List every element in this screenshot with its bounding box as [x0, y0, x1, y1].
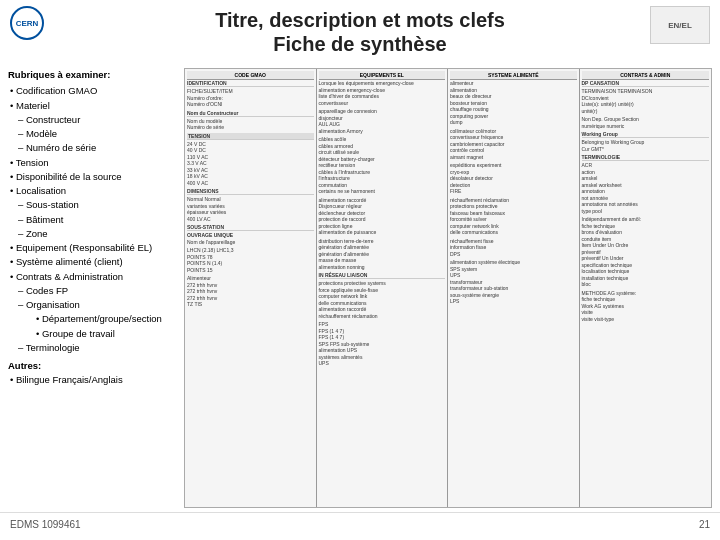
doc-col-gmao: CODE GMAO IDENTIFICATION FICHE/SUJET/ITE…	[185, 69, 317, 507]
doc-section: distribution terre-de-terre génération d…	[319, 238, 446, 271]
doc-section: TERMINOLOGIE ACR action amskel amskel wo…	[582, 154, 710, 214]
intro-text: Rubriques à examiner:	[8, 68, 178, 82]
list-item: Organisation	[8, 298, 178, 312]
doc-section: réchauffement réclamation protections pr…	[450, 197, 577, 236]
list-item: Bâtiment	[8, 213, 178, 227]
doc-section: LHCN (2.18) LHC1,3 POINTS 78 POINTS N (1…	[187, 247, 314, 273]
document-panel: CODE GMAO IDENTIFICATION FICHE/SUJET/ITE…	[184, 68, 712, 508]
list-item: Disponibilité de la source	[8, 170, 178, 184]
main-content: Rubriques à examiner: Codification GMAO …	[0, 64, 720, 512]
doc-section: alimenteur alimentation beaux de directe…	[450, 80, 577, 126]
doc-section: Alimenteur 272 trhh hvnv 272 trhh hvnv 2…	[187, 275, 314, 308]
page-header: CERN Titre, description et mots clefs Fi…	[0, 0, 720, 64]
doc-section: IN RÉSEAU LIAISON protections protective…	[319, 272, 446, 319]
col-header-equipements: EQUIPEMENTS EL	[319, 71, 446, 80]
edms-number: EDMS 1099461	[10, 519, 81, 530]
doc-section: DIMENSIONS Normal Normal variantes varié…	[187, 188, 314, 222]
list-item: Localisation	[8, 184, 178, 198]
doc-section: réchauffement fisse information fisse DP…	[450, 238, 577, 258]
list-item: Codes FP	[8, 284, 178, 298]
doc-section: DP CANSATION TERMINAISON TERMINAISON DC/…	[582, 80, 710, 114]
doc-section: SOUS-STATION OUVRAGE UNIQUE Nom de l'app…	[187, 224, 314, 245]
list-item: • Groupe de travail	[8, 327, 178, 341]
doc-col-systeme: SYSTEME ALIMENTÉ alimenteur alimentation…	[448, 69, 580, 507]
list-item: Modèle	[8, 127, 178, 141]
list-item: Terminologie	[8, 341, 178, 355]
doc-section: Nom du Constructeur Nom du modèle Numéro…	[187, 110, 314, 131]
doc-section: Working Group Belonging to Working Group…	[582, 131, 710, 152]
doc-section: alimentation raccordé Disjoncueur régleu…	[319, 197, 446, 236]
cern-logo: CERN	[10, 6, 58, 44]
list-item: Bilingue Français/Anglais	[8, 373, 178, 387]
col-header-systeme: SYSTEME ALIMENTÉ	[450, 71, 577, 80]
doc-section: IDENTIFICATION FICHE/SUJET/ITEM Numéro d…	[187, 80, 314, 108]
list-item: Constructeur	[8, 113, 178, 127]
list-item: Système alimenté (client)	[8, 255, 178, 269]
list-item: Equipement (Responsabilité EL)	[8, 241, 178, 255]
autres-list: Bilingue Français/Anglais	[8, 373, 178, 387]
list-item: Numéro de série	[8, 141, 178, 155]
bullet-list: Codification GMAO Materiel Constructeur …	[8, 84, 178, 355]
doc-col-equipements: EQUIPEMENTS EL Lorsque les équipements e…	[317, 69, 449, 507]
doc-section: câbles acôle câbles armored circuit util…	[319, 136, 446, 195]
col-header-contrats: CONTRATS & ADMIN	[582, 71, 710, 80]
doc-col-contrats: CONTRATS & ADMIN DP CANSATION TERMINAISO…	[580, 69, 712, 507]
document-grid: CODE GMAO IDENTIFICATION FICHE/SUJET/ITE…	[185, 69, 711, 507]
doc-section: FPS FPS (1 4 7) FPS (1 4 7) SPS FPS sub-…	[319, 321, 446, 367]
doc-section: METHODE AG système: fiche technique Work…	[582, 290, 710, 323]
doc-section: Non Dep. Groupe Section numérique numeri…	[582, 116, 710, 129]
list-item: • Département/groupe/section	[8, 312, 178, 326]
doc-section: Indépendamment de amôl: fiche technique …	[582, 216, 710, 288]
list-item: Sous-station	[8, 198, 178, 212]
page-title: Titre, description et mots clefs Fiche d…	[215, 8, 505, 56]
autres-label: Autres:	[8, 359, 178, 373]
doc-section: alimentation système électrique SPS syst…	[450, 259, 577, 305]
page-number: 21	[699, 519, 710, 530]
doc-section: expéditions experiment cryo-exp désolate…	[450, 162, 577, 195]
enel-logo: EN/EL	[650, 6, 710, 44]
col-header-gmao: CODE GMAO	[187, 71, 314, 80]
list-item: Codification GMAO	[8, 84, 178, 98]
page-footer: EDMS 1099461 21	[0, 512, 720, 536]
list-item: Contrats & Administration	[8, 270, 178, 284]
doc-section: Lorsque les équipements emergency-close …	[319, 80, 446, 106]
doc-section: appareillage de connexion disjoncteur AU…	[319, 108, 446, 134]
left-panel: Rubriques à examiner: Codification GMAO …	[8, 68, 178, 508]
list-item: Zone	[8, 227, 178, 241]
list-item: Materiel	[8, 99, 178, 113]
list-item-tension: Tension	[8, 156, 178, 170]
doc-section: collimateur col/motor convertisseur fréq…	[450, 128, 577, 161]
doc-section-tension: TENSION 24 V DC 40 V DC 110 V AC 3.3 V A…	[187, 133, 314, 187]
